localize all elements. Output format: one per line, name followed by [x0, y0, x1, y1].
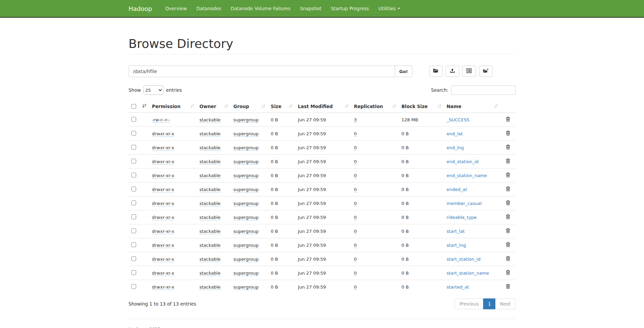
permission-value[interactable]: drwxr-xr-x — [152, 215, 174, 220]
group-value[interactable]: supergroup — [234, 243, 259, 248]
group-value[interactable]: supergroup — [234, 187, 259, 192]
file-name-link[interactable]: _SUCCESS — [447, 117, 470, 122]
owner-value[interactable]: stackable — [200, 159, 221, 165]
row-checkbox[interactable] — [131, 256, 136, 261]
group-value[interactable]: supergroup — [234, 284, 259, 290]
row-checkbox[interactable] — [131, 214, 136, 219]
file-name-link[interactable]: start_station_name — [447, 271, 489, 276]
trash-icon[interactable] — [506, 158, 510, 163]
trash-icon[interactable] — [506, 228, 510, 233]
replication-value[interactable]: 3 — [354, 117, 357, 123]
row-checkbox[interactable] — [131, 187, 136, 191]
group-value[interactable]: supergroup — [234, 215, 259, 220]
trash-icon[interactable] — [506, 117, 510, 122]
trash-icon[interactable] — [506, 172, 510, 177]
replication-value[interactable]: 0 — [354, 215, 357, 220]
col-owner[interactable]: Owner — [200, 104, 216, 109]
nav-item-startup-progress[interactable]: Startup Progress — [326, 0, 374, 17]
brand-hadoop[interactable]: Hadoop — [129, 0, 157, 17]
nav-item-overview[interactable]: Overview — [161, 0, 192, 17]
trash-icon[interactable] — [506, 131, 510, 136]
nav-item-snapshot[interactable]: Snapshot — [295, 0, 326, 17]
group-value[interactable]: supergroup — [234, 257, 259, 262]
sort-both-icon[interactable] — [438, 104, 441, 109]
trash-icon[interactable] — [506, 270, 510, 275]
permission-value[interactable]: drwxr-xr-x — [152, 271, 174, 276]
replication-value[interactable]: 0 — [354, 187, 357, 192]
sort-both-icon[interactable] — [392, 104, 396, 109]
row-checkbox[interactable] — [131, 201, 136, 205]
move-folder-button[interactable] — [479, 66, 493, 77]
replication-value[interactable]: 0 — [354, 284, 357, 290]
file-name-link[interactable]: end_lng — [447, 145, 464, 150]
permission-value[interactable]: drwxr-xr-x — [152, 257, 174, 262]
select-all-checkbox[interactable] — [131, 104, 136, 109]
row-checkbox[interactable] — [131, 228, 136, 233]
trash-icon[interactable] — [506, 256, 510, 261]
file-name-link[interactable]: end_lat — [447, 131, 463, 136]
owner-value[interactable]: stackable — [200, 201, 221, 206]
sort-both-icon[interactable] — [494, 104, 498, 109]
sort-both-icon[interactable] — [190, 104, 194, 109]
trash-icon[interactable] — [506, 144, 510, 150]
nav-dropdown-utilities[interactable]: Utilities — [374, 0, 405, 17]
replication-value[interactable]: 0 — [354, 229, 357, 234]
owner-value[interactable]: stackable — [200, 229, 221, 234]
permission-value[interactable]: drwxr-xr-x — [152, 145, 174, 151]
row-checkbox[interactable] — [131, 131, 136, 136]
page-size-select[interactable]: 25 — [144, 85, 163, 95]
permission-value[interactable]: drwxr-xr-x — [152, 173, 174, 178]
nav-item-datanodes[interactable]: Datanodes — [192, 0, 226, 17]
replication-value[interactable]: 0 — [354, 201, 357, 206]
trash-icon[interactable] — [506, 214, 510, 219]
group-value[interactable]: supergroup — [234, 145, 259, 151]
owner-value[interactable]: stackable — [200, 257, 221, 262]
file-name-link[interactable]: start_station_id — [447, 257, 481, 262]
permission-value[interactable]: drwxr-xr-x — [152, 159, 174, 165]
row-checkbox[interactable] — [131, 159, 136, 163]
permission-value[interactable]: drwxr-xr-x — [152, 229, 174, 234]
group-value[interactable]: supergroup — [234, 131, 259, 137]
row-checkbox[interactable] — [131, 284, 136, 289]
trash-icon[interactable] — [506, 242, 510, 247]
replication-value[interactable]: 0 — [354, 257, 357, 262]
file-name-link[interactable]: end_station_name — [447, 173, 487, 178]
file-name-link[interactable]: end_station_id — [447, 159, 479, 164]
owner-value[interactable]: stackable — [200, 215, 221, 220]
file-name-link[interactable]: ended_at — [447, 187, 467, 192]
owner-value[interactable]: stackable — [200, 145, 221, 151]
directory-path-input[interactable] — [129, 66, 395, 77]
search-input[interactable] — [451, 85, 516, 95]
col-replication[interactable]: Replication — [354, 104, 383, 109]
nav-item-datanode-volume-failures[interactable]: Datanode Volume Failures — [226, 0, 295, 17]
file-name-link[interactable]: started_at — [447, 284, 469, 290]
owner-value[interactable]: stackable — [200, 271, 221, 276]
replication-value[interactable]: 0 — [354, 131, 357, 137]
permission-value[interactable]: drwxr-xr-x — [152, 201, 174, 206]
group-value[interactable]: supergroup — [234, 173, 259, 178]
replication-value[interactable]: 0 — [354, 159, 357, 165]
col-permission[interactable]: Permission — [152, 104, 181, 109]
sort-asc-icon[interactable] — [142, 104, 147, 109]
row-checkbox[interactable] — [131, 145, 136, 150]
trash-icon[interactable] — [506, 186, 510, 191]
sort-both-icon[interactable] — [345, 104, 349, 109]
group-value[interactable]: supergroup — [234, 159, 259, 165]
permission-value[interactable]: drwxr-xr-x — [152, 187, 174, 192]
row-checkbox[interactable] — [131, 270, 136, 275]
sort-both-icon[interactable] — [224, 104, 228, 109]
pagination-page-1[interactable]: 1 — [483, 298, 496, 309]
file-name-link[interactable]: start_lng — [447, 243, 466, 248]
permission-value[interactable]: drwxr-xr-x — [152, 284, 174, 290]
group-value[interactable]: supergroup — [234, 229, 259, 234]
trash-icon[interactable] — [506, 200, 510, 205]
file-name-link[interactable]: rideable_type — [447, 215, 477, 220]
sort-both-icon[interactable] — [262, 104, 265, 109]
row-checkbox[interactable] — [131, 242, 136, 247]
file-name-link[interactable]: member_casual — [447, 201, 482, 206]
trash-icon[interactable] — [506, 284, 510, 289]
owner-value[interactable]: stackable — [200, 117, 221, 123]
group-value[interactable]: supergroup — [234, 201, 259, 206]
row-checkbox[interactable] — [131, 117, 136, 122]
upload-file-button[interactable] — [446, 66, 459, 77]
